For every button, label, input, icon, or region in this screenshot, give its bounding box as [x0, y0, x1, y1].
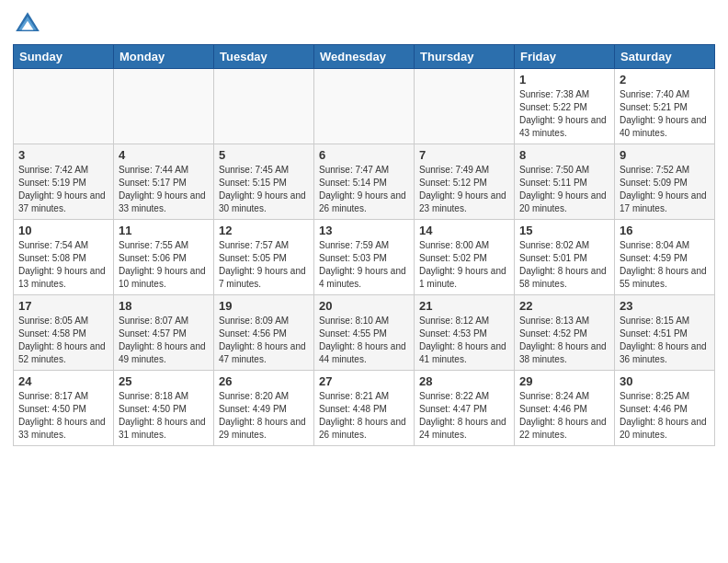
calendar-cell: 21Sunrise: 8:12 AM Sunset: 4:53 PM Dayli…: [415, 295, 515, 371]
day-info: Sunrise: 8:24 AM Sunset: 4:46 PM Dayligh…: [519, 390, 609, 442]
day-number: 2: [620, 73, 710, 86]
day-info: Sunrise: 8:25 AM Sunset: 4:46 PM Dayligh…: [620, 390, 710, 442]
day-number: 25: [119, 374, 209, 388]
day-number: 29: [519, 374, 609, 388]
calendar-cell: 13Sunrise: 7:59 AM Sunset: 5:03 PM Dayli…: [314, 220, 415, 295]
day-info: Sunrise: 7:55 AM Sunset: 5:06 PM Dayligh…: [119, 239, 209, 291]
day-number: 30: [620, 374, 710, 388]
calendar-cell: 10Sunrise: 7:54 AM Sunset: 5:08 PM Dayli…: [14, 220, 114, 295]
day-number: 23: [620, 299, 710, 313]
day-info: Sunrise: 8:17 AM Sunset: 4:50 PM Dayligh…: [18, 390, 108, 442]
day-info: Sunrise: 7:52 AM Sunset: 5:09 PM Dayligh…: [620, 164, 710, 215]
calendar-cell: 1Sunrise: 7:38 AM Sunset: 5:22 PM Daylig…: [515, 69, 615, 144]
day-info: Sunrise: 7:40 AM Sunset: 5:21 PM Dayligh…: [620, 88, 710, 140]
col-header-thursday: Thursday: [415, 45, 515, 69]
calendar-week-4: 17Sunrise: 8:05 AM Sunset: 4:58 PM Dayli…: [14, 295, 715, 371]
calendar-cell: 23Sunrise: 8:15 AM Sunset: 4:51 PM Dayli…: [615, 295, 715, 371]
calendar-week-1: 1Sunrise: 7:38 AM Sunset: 5:22 PM Daylig…: [14, 69, 715, 144]
header: [13, 9, 715, 39]
day-info: Sunrise: 7:47 AM Sunset: 5:14 PM Dayligh…: [319, 164, 409, 215]
day-number: 3: [18, 148, 108, 162]
calendar-cell: [14, 69, 114, 144]
day-number: 22: [519, 299, 609, 313]
logo-icon: [13, 9, 42, 39]
calendar-cell: 14Sunrise: 8:00 AM Sunset: 5:02 PM Dayli…: [415, 220, 515, 295]
calendar-cell: [415, 69, 515, 144]
day-number: 9: [620, 148, 710, 162]
day-info: Sunrise: 7:44 AM Sunset: 5:17 PM Dayligh…: [119, 164, 209, 215]
calendar-cell: 15Sunrise: 8:02 AM Sunset: 5:01 PM Dayli…: [515, 220, 615, 295]
calendar-cell: 3Sunrise: 7:42 AM Sunset: 5:19 PM Daylig…: [14, 144, 114, 220]
day-number: 20: [319, 299, 409, 313]
col-header-saturday: Saturday: [615, 45, 715, 69]
calendar-cell: 16Sunrise: 8:04 AM Sunset: 4:59 PM Dayli…: [615, 220, 715, 295]
calendar-cell: 19Sunrise: 8:09 AM Sunset: 4:56 PM Dayli…: [214, 295, 314, 371]
day-number: 27: [319, 374, 409, 388]
day-info: Sunrise: 8:15 AM Sunset: 4:51 PM Dayligh…: [620, 315, 710, 366]
calendar-cell: 24Sunrise: 8:17 AM Sunset: 4:50 PM Dayli…: [14, 371, 114, 446]
day-number: 8: [519, 148, 609, 162]
calendar-cell: 8Sunrise: 7:50 AM Sunset: 5:11 PM Daylig…: [515, 144, 615, 220]
day-info: Sunrise: 7:38 AM Sunset: 5:22 PM Dayligh…: [519, 88, 609, 140]
day-number: 16: [620, 224, 710, 237]
day-info: Sunrise: 7:50 AM Sunset: 5:11 PM Dayligh…: [519, 164, 609, 215]
day-info: Sunrise: 8:20 AM Sunset: 4:49 PM Dayligh…: [219, 390, 309, 442]
day-number: 17: [18, 299, 108, 313]
day-number: 4: [119, 148, 209, 162]
day-info: Sunrise: 8:22 AM Sunset: 4:47 PM Dayligh…: [419, 390, 509, 442]
day-info: Sunrise: 7:49 AM Sunset: 5:12 PM Dayligh…: [419, 164, 509, 215]
calendar-cell: 29Sunrise: 8:24 AM Sunset: 4:46 PM Dayli…: [515, 371, 615, 446]
day-number: 21: [419, 299, 509, 313]
calendar-week-2: 3Sunrise: 7:42 AM Sunset: 5:19 PM Daylig…: [14, 144, 715, 220]
day-number: 7: [419, 148, 509, 162]
calendar-cell: 11Sunrise: 7:55 AM Sunset: 5:06 PM Dayli…: [114, 220, 214, 295]
calendar-cell: 22Sunrise: 8:13 AM Sunset: 4:52 PM Dayli…: [515, 295, 615, 371]
calendar-cell: [314, 69, 415, 144]
day-info: Sunrise: 8:07 AM Sunset: 4:57 PM Dayligh…: [119, 315, 209, 366]
calendar-cell: 27Sunrise: 8:21 AM Sunset: 4:48 PM Dayli…: [314, 371, 415, 446]
calendar-cell: 5Sunrise: 7:45 AM Sunset: 5:15 PM Daylig…: [214, 144, 314, 220]
day-number: 12: [219, 224, 309, 237]
day-number: 15: [519, 224, 609, 237]
calendar-cell: [214, 69, 314, 144]
page-container: SundayMondayTuesdayWednesdayThursdayFrid…: [0, 0, 728, 452]
calendar-cell: 12Sunrise: 7:57 AM Sunset: 5:05 PM Dayli…: [214, 220, 314, 295]
day-number: 6: [319, 148, 409, 162]
day-info: Sunrise: 8:05 AM Sunset: 4:58 PM Dayligh…: [18, 315, 108, 366]
calendar-cell: 20Sunrise: 8:10 AM Sunset: 4:55 PM Dayli…: [314, 295, 415, 371]
day-info: Sunrise: 7:57 AM Sunset: 5:05 PM Dayligh…: [219, 239, 309, 291]
day-number: 11: [119, 224, 209, 237]
calendar-cell: 9Sunrise: 7:52 AM Sunset: 5:09 PM Daylig…: [615, 144, 715, 220]
col-header-monday: Monday: [114, 45, 214, 69]
calendar-cell: 7Sunrise: 7:49 AM Sunset: 5:12 PM Daylig…: [415, 144, 515, 220]
day-number: 14: [419, 224, 509, 237]
day-number: 1: [519, 73, 609, 86]
day-info: Sunrise: 8:10 AM Sunset: 4:55 PM Dayligh…: [319, 315, 409, 366]
calendar-cell: 25Sunrise: 8:18 AM Sunset: 4:50 PM Dayli…: [114, 371, 214, 446]
calendar-cell: 2Sunrise: 7:40 AM Sunset: 5:21 PM Daylig…: [615, 69, 715, 144]
calendar-cell: 26Sunrise: 8:20 AM Sunset: 4:49 PM Dayli…: [214, 371, 314, 446]
day-info: Sunrise: 7:45 AM Sunset: 5:15 PM Dayligh…: [219, 164, 309, 215]
col-header-friday: Friday: [515, 45, 615, 69]
calendar-header-row: SundayMondayTuesdayWednesdayThursdayFrid…: [14, 45, 715, 69]
day-number: 13: [319, 224, 409, 237]
day-info: Sunrise: 8:00 AM Sunset: 5:02 PM Dayligh…: [419, 239, 509, 291]
day-info: Sunrise: 8:02 AM Sunset: 5:01 PM Dayligh…: [519, 239, 609, 291]
calendar-cell: 18Sunrise: 8:07 AM Sunset: 4:57 PM Dayli…: [114, 295, 214, 371]
col-header-tuesday: Tuesday: [214, 45, 314, 69]
day-number: 28: [419, 374, 509, 388]
day-number: 5: [219, 148, 309, 162]
calendar-cell: 6Sunrise: 7:47 AM Sunset: 5:14 PM Daylig…: [314, 144, 415, 220]
day-info: Sunrise: 8:18 AM Sunset: 4:50 PM Dayligh…: [119, 390, 209, 442]
day-info: Sunrise: 8:21 AM Sunset: 4:48 PM Dayligh…: [319, 390, 409, 442]
calendar-table: SundayMondayTuesdayWednesdayThursdayFrid…: [13, 44, 715, 446]
day-info: Sunrise: 8:13 AM Sunset: 4:52 PM Dayligh…: [519, 315, 609, 366]
day-number: 10: [18, 224, 108, 237]
day-info: Sunrise: 7:42 AM Sunset: 5:19 PM Dayligh…: [18, 164, 108, 215]
calendar-week-5: 24Sunrise: 8:17 AM Sunset: 4:50 PM Dayli…: [14, 371, 715, 446]
day-number: 24: [18, 374, 108, 388]
calendar-cell: 28Sunrise: 8:22 AM Sunset: 4:47 PM Dayli…: [415, 371, 515, 446]
day-info: Sunrise: 8:04 AM Sunset: 4:59 PM Dayligh…: [620, 239, 710, 291]
day-info: Sunrise: 7:54 AM Sunset: 5:08 PM Dayligh…: [18, 239, 108, 291]
calendar-cell: 17Sunrise: 8:05 AM Sunset: 4:58 PM Dayli…: [14, 295, 114, 371]
